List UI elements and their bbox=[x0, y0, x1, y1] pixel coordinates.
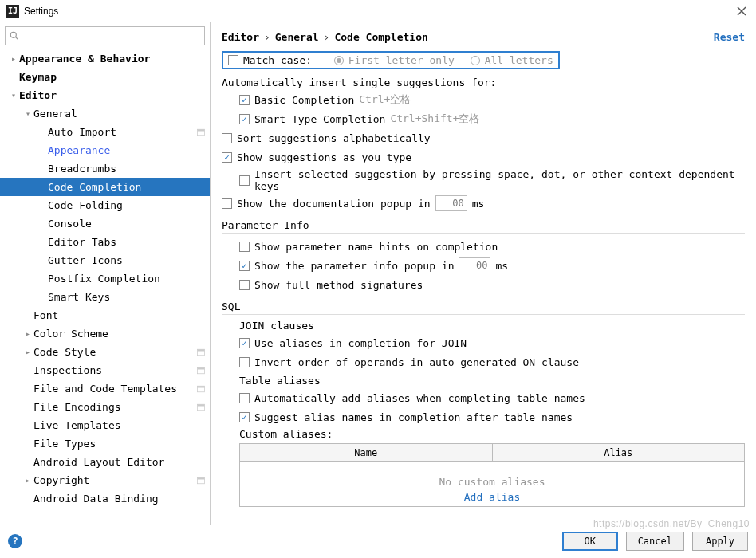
insert-selected-label: Insert selected suggestion by pressing s… bbox=[254, 168, 745, 192]
close-icon[interactable] bbox=[734, 3, 750, 19]
param-popup-checkbox[interactable] bbox=[239, 261, 250, 271]
tree-item-label: Console bbox=[48, 218, 210, 230]
tree-item[interactable]: Live Templates bbox=[0, 416, 210, 434]
tree-arrow-icon[interactable] bbox=[8, 91, 19, 100]
basic-completion-checkbox[interactable] bbox=[239, 95, 250, 105]
help-icon[interactable]: ? bbox=[8, 534, 22, 548]
project-scope-icon bbox=[195, 402, 207, 413]
svg-rect-7 bbox=[198, 367, 205, 369]
tree-item[interactable]: File Types bbox=[0, 434, 210, 453]
tree-item-label: Font bbox=[33, 309, 210, 321]
sort-alpha-checkbox[interactable] bbox=[222, 133, 232, 143]
param-info-section: Parameter Info bbox=[222, 219, 745, 234]
full-sig-checkbox[interactable] bbox=[239, 280, 250, 290]
param-popup-post: ms bbox=[495, 260, 508, 272]
tree-item[interactable]: Editor bbox=[0, 86, 210, 104]
sort-alpha-label: Sort suggestions alphabetically bbox=[237, 132, 431, 144]
param-popup-pre: Show the parameter info popup in bbox=[254, 260, 454, 272]
tree-item[interactable]: Code Completion bbox=[0, 178, 210, 196]
tree-item-label: Live Templates bbox=[33, 419, 210, 431]
no-custom-label: No custom aliases bbox=[240, 476, 744, 488]
tree-arrow-icon[interactable] bbox=[22, 109, 33, 118]
cancel-button[interactable]: Cancel bbox=[626, 532, 684, 551]
doc-delay-input[interactable] bbox=[435, 195, 467, 211]
tree-item[interactable]: Appearance bbox=[0, 141, 210, 159]
add-alias-link[interactable]: Add alias bbox=[240, 491, 744, 503]
tree-item-label: Android Layout Editor bbox=[33, 456, 210, 468]
tree-item-label: Editor Tabs bbox=[48, 236, 210, 248]
reset-link[interactable]: Reset bbox=[714, 31, 745, 43]
use-aliases-join-label: Use aliases in completion for JOIN bbox=[254, 337, 467, 349]
join-subsection: JOIN clauses bbox=[239, 320, 745, 332]
match-case-checkbox[interactable] bbox=[228, 55, 238, 65]
tree-arrow-icon[interactable] bbox=[22, 329, 33, 338]
param-hints-label: Show parameter name hints on completion bbox=[254, 241, 498, 253]
tree-arrow-icon[interactable] bbox=[22, 348, 33, 356]
tree-item[interactable]: Breadcrumbs bbox=[0, 159, 210, 178]
tree-item[interactable]: File Encodings bbox=[0, 398, 210, 416]
param-hints-checkbox[interactable] bbox=[239, 242, 250, 252]
show-doc-pre: Show the documentation popup in bbox=[237, 198, 431, 210]
tree-item-label: Inspections bbox=[33, 364, 195, 376]
tree-item-label: Editor bbox=[19, 89, 210, 101]
chevron-right-icon: › bbox=[264, 31, 270, 43]
chevron-right-icon: › bbox=[324, 31, 330, 43]
svg-rect-5 bbox=[198, 349, 205, 351]
col-name: Name bbox=[240, 444, 493, 462]
auto-add-aliases-checkbox[interactable] bbox=[239, 393, 250, 403]
custom-aliases-label: Custom aliases: bbox=[239, 428, 745, 440]
smart-completion-checkbox[interactable] bbox=[239, 114, 250, 124]
tree-item[interactable]: Android Layout Editor bbox=[0, 453, 210, 471]
tree-item[interactable]: Editor Tabs bbox=[0, 233, 210, 251]
sidebar: Appearance & BehaviorKeymapEditorGeneral… bbox=[0, 22, 211, 525]
show-doc-checkbox[interactable] bbox=[222, 198, 232, 209]
invert-operands-checkbox[interactable] bbox=[239, 357, 250, 367]
tree-item[interactable]: File and Code Templates bbox=[0, 379, 210, 398]
show-as-type-label: Show suggestions as you type bbox=[237, 151, 411, 163]
tree-item[interactable]: Color Scheme bbox=[0, 324, 210, 343]
tree-item[interactable]: Appearance & Behavior bbox=[0, 49, 210, 68]
tree-item-label: Code Completion bbox=[48, 181, 210, 193]
tree-item[interactable]: Code Style bbox=[0, 343, 210, 361]
use-aliases-join-checkbox[interactable] bbox=[239, 338, 250, 348]
tree-arrow-icon[interactable] bbox=[8, 54, 19, 63]
tree-arrow-icon[interactable] bbox=[22, 476, 33, 485]
tree-item[interactable]: Font bbox=[0, 306, 210, 324]
basic-shortcut: Ctrl+空格 bbox=[359, 92, 411, 107]
apply-button[interactable]: Apply bbox=[692, 532, 748, 551]
window-title: Settings bbox=[24, 6, 58, 17]
tree-item[interactable]: Code Folding bbox=[0, 196, 210, 214]
first-letter-radio[interactable] bbox=[334, 56, 344, 65]
full-sig-label: Show full method signatures bbox=[254, 279, 423, 291]
match-case-group: Match case: First letter only All letter… bbox=[222, 51, 560, 69]
tree-item[interactable]: Smart Keys bbox=[0, 288, 210, 306]
tree-item-label: Appearance & Behavior bbox=[19, 53, 210, 65]
suggest-alias-checkbox[interactable] bbox=[239, 412, 250, 422]
sql-section: SQL bbox=[222, 301, 745, 315]
titlebar: IJ Settings bbox=[0, 0, 756, 22]
basic-completion-label: Basic Completion bbox=[254, 94, 354, 106]
ok-button[interactable]: OK bbox=[562, 532, 618, 551]
param-delay-input[interactable] bbox=[459, 257, 490, 273]
project-scope-icon bbox=[195, 383, 207, 395]
insert-selected-checkbox[interactable] bbox=[239, 175, 250, 186]
all-letters-radio[interactable] bbox=[471, 56, 480, 65]
tree-item[interactable]: Gutter Icons bbox=[0, 251, 210, 269]
show-as-type-checkbox[interactable] bbox=[222, 152, 232, 163]
tree-item-label: Gutter Icons bbox=[48, 254, 210, 266]
svg-rect-11 bbox=[198, 404, 205, 406]
tree-item[interactable]: Inspections bbox=[0, 361, 210, 379]
tree-item[interactable]: Android Data Binding bbox=[0, 489, 210, 508]
tree-item[interactable]: Postfix Completion bbox=[0, 269, 210, 288]
alias-table: Name Alias bbox=[239, 443, 745, 462]
tree-item-label: General bbox=[33, 108, 210, 120]
tree-item[interactable]: Copyright bbox=[0, 471, 210, 489]
tree-item-label: File Types bbox=[33, 438, 210, 450]
search-input[interactable] bbox=[5, 26, 205, 45]
breadcrumb-part: General bbox=[275, 31, 319, 43]
tree-item[interactable]: Console bbox=[0, 214, 210, 233]
project-scope-icon bbox=[195, 127, 207, 138]
tree-item[interactable]: General bbox=[0, 104, 210, 123]
tree-item[interactable]: Keymap bbox=[0, 68, 210, 86]
tree-item[interactable]: Auto Import bbox=[0, 123, 210, 141]
